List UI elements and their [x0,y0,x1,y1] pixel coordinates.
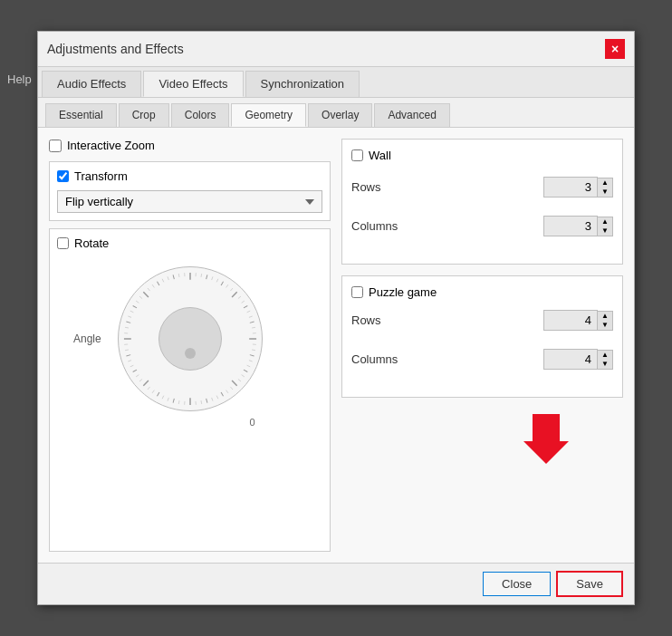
svg-line-55 [136,375,139,377]
help-label: Help [7,72,32,86]
svg-line-54 [139,379,142,381]
tab-advanced[interactable]: Advanced [374,103,449,127]
dialog-titlebar: Adjustments and Effects × [38,32,634,67]
svg-line-11 [206,399,206,403]
knob-dot [185,348,196,359]
svg-line-69 [168,276,168,280]
wall-label: Wall [369,149,391,162]
tab-synchronization[interactable]: Synchronization [245,71,360,97]
main-tabs: Audio Effects Video Effects Synchronizat… [38,67,634,98]
puzzle-checkbox[interactable] [351,286,363,298]
svg-line-43 [226,390,227,393]
zero-label: 0 [249,417,254,428]
svg-line-22 [157,282,158,285]
svg-line-4 [244,305,247,307]
svg-line-61 [125,327,129,328]
svg-line-16 [132,370,136,371]
puzzle-label: Puzzle game [369,285,437,299]
tab-video-effects[interactable]: Video Effects [143,71,243,97]
svg-line-13 [173,399,174,403]
flip-select[interactable]: Flip vertically Flip horizontally None [57,190,322,213]
svg-line-28 [226,284,227,287]
wall-rows-spinner: ▲ ▼ [543,177,613,198]
interactive-zoom-checkbox[interactable] [49,140,62,152]
puzzle-columns-spinner-buttons: ▲ ▼ [598,350,613,370]
knob-outer [118,266,263,411]
tab-essential[interactable]: Essential [45,103,117,127]
wall-columns-label: Columns [351,219,398,233]
knob-area: Angle [57,257,322,420]
wall-box: Wall Rows ▲ ▼ Columns [341,139,623,265]
svg-line-57 [128,361,131,361]
red-arrow-container [341,414,623,464]
knob-inner [158,307,222,371]
svg-line-38 [248,361,252,361]
rotate-checkbox[interactable] [57,237,69,249]
svg-line-52 [152,390,154,393]
puzzle-columns-down-button[interactable]: ▼ [598,360,612,369]
svg-line-23 [173,275,174,279]
puzzle-rows-input[interactable] [543,310,598,331]
rotate-box: Rotate Angle [49,228,331,552]
rotate-label-row: Rotate [57,236,322,250]
svg-line-49 [178,400,179,404]
svg-marker-72 [523,414,569,464]
puzzle-columns-input[interactable] [543,349,598,370]
svg-line-5 [249,322,254,323]
wall-rows-down-button[interactable]: ▼ [598,188,612,197]
svg-line-42 [230,387,233,390]
svg-line-2 [221,282,223,285]
svg-line-65 [139,296,142,299]
svg-line-26 [211,276,212,280]
svg-line-40 [241,375,244,377]
content-area: Interactive Zoom Transform Flip vertical… [38,128,634,563]
wall-columns-down-button[interactable]: ▼ [598,226,612,236]
svg-line-14 [157,392,158,396]
transform-label-row: Transform [57,169,322,183]
svg-line-64 [136,301,139,303]
svg-line-67 [152,284,154,287]
tab-colors[interactable]: Colors [171,103,230,127]
wall-checkbox[interactable] [351,149,363,161]
svg-line-50 [168,398,168,401]
dialog-close-button[interactable]: × [605,39,625,59]
svg-line-30 [237,296,240,299]
svg-line-27 [216,279,218,283]
knob-container[interactable]: 0 [118,266,263,411]
svg-line-20 [132,305,136,307]
svg-line-33 [248,316,252,317]
tab-overlay[interactable]: Overlay [308,103,372,127]
wall-rows-up-button[interactable]: ▲ [598,178,612,188]
puzzle-rows-up-button[interactable]: ▲ [598,312,612,321]
svg-line-45 [211,398,212,401]
puzzle-rows-down-button[interactable]: ▼ [598,321,612,330]
svg-line-19 [126,322,130,323]
tab-audio-effects[interactable]: Audio Effects [42,71,141,97]
svg-line-44 [216,396,218,400]
tab-crop[interactable]: Crop [119,103,169,127]
svg-line-10 [221,392,223,396]
wall-header: Wall [351,149,613,162]
angle-label: Angle [73,332,101,345]
svg-line-9 [232,381,237,386]
wall-columns-up-button[interactable]: ▲ [598,217,612,226]
transform-checkbox[interactable] [57,170,69,182]
svg-line-25 [201,274,202,277]
svg-line-31 [241,301,244,303]
puzzle-columns-spinner: ▲ ▼ [543,349,613,370]
wall-rows-input[interactable] [543,177,598,198]
sub-tabs: Essential Crop Colors Geometry Overlay A… [38,98,634,128]
svg-line-7 [249,355,254,356]
svg-line-21 [143,292,149,297]
save-button[interactable]: Save [556,571,623,597]
puzzle-columns-row: Columns ▲ ▼ [351,349,613,370]
wall-rows-row: Rows ▲ ▼ [351,177,613,198]
transform-box: Transform Flip vertically Flip horizonta… [49,161,331,221]
tab-geometry[interactable]: Geometry [231,103,306,127]
svg-line-37 [252,350,255,351]
svg-line-51 [162,396,164,400]
close-button[interactable]: Close [483,572,551,596]
puzzle-columns-up-button[interactable]: ▲ [598,351,612,360]
wall-columns-input[interactable] [543,216,598,236]
svg-line-34 [252,327,255,328]
